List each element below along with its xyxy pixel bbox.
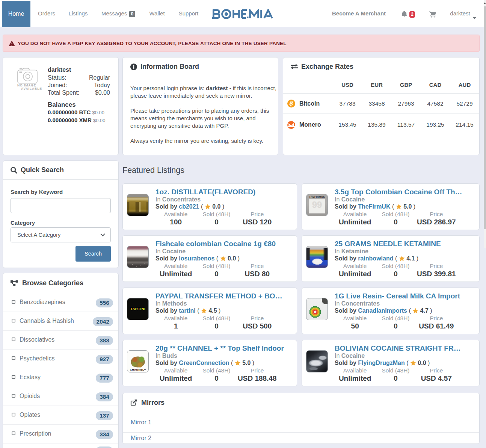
svg-text:AVAILABLE: AVAILABLE xyxy=(21,87,42,90)
svg-text:NO IMAGE: NO IMAGE xyxy=(17,83,36,87)
